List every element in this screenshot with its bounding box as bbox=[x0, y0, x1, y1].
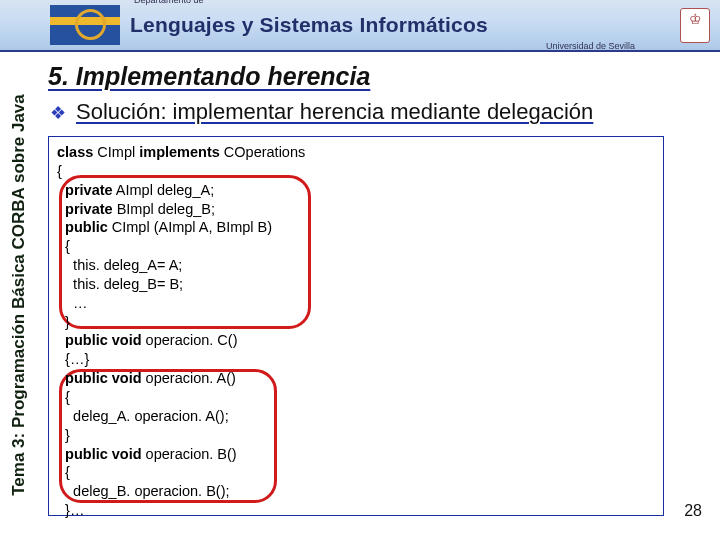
bullet-text: Solución: implementar herencia mediante … bbox=[76, 99, 593, 125]
code-text: }… bbox=[57, 502, 84, 518]
kw-public-void: public void bbox=[57, 332, 142, 348]
kw-public: public bbox=[57, 219, 108, 235]
code-text: CImpl (AImpl A, BImpl B) bbox=[108, 219, 272, 235]
kw-implements: implements bbox=[139, 144, 220, 160]
code-text: operacion. B() bbox=[142, 446, 237, 462]
kw-private: private bbox=[57, 182, 113, 198]
kw-private: private bbox=[57, 201, 113, 217]
bullet-row: ❖ Solución: implementar herencia mediant… bbox=[50, 99, 710, 125]
code-text: {…} bbox=[57, 351, 89, 367]
code-text: { bbox=[57, 464, 70, 480]
code-text: { bbox=[57, 163, 62, 179]
kw-public-void: public void bbox=[57, 370, 142, 386]
sidebar: Tema 3: Programación Básica CORBA sobre … bbox=[6, 58, 32, 532]
dept-logo bbox=[50, 5, 120, 45]
code-text: BImpl deleg_B; bbox=[113, 201, 215, 217]
kw-public-void: public void bbox=[57, 446, 142, 462]
diamond-bullet-icon: ❖ bbox=[50, 102, 66, 124]
code-text: operacion. C() bbox=[142, 332, 238, 348]
code-box: class CImpl implements COperations { pri… bbox=[48, 136, 664, 516]
code-text: deleg_B. operacion. B(); bbox=[57, 483, 230, 499]
code-text: { bbox=[57, 389, 70, 405]
code-text: } bbox=[57, 314, 70, 330]
code-text: AImpl deleg_A; bbox=[113, 182, 215, 198]
code-text: } bbox=[57, 427, 70, 443]
header-banner: Departamento de Lenguajes y Sistemas Inf… bbox=[0, 0, 720, 52]
header-subtitle: Universidad de Sevilla bbox=[546, 41, 635, 51]
header-text-block: Departamento de Lenguajes y Sistemas Inf… bbox=[130, 13, 680, 37]
header-small-label: Departamento de bbox=[134, 0, 204, 5]
code-text: { bbox=[57, 238, 70, 254]
code-text: COperations bbox=[220, 144, 305, 160]
code-text: deleg_A. operacion. A(); bbox=[57, 408, 229, 424]
sidebar-label: Tema 3: Programación Básica CORBA sobre … bbox=[9, 94, 29, 496]
kw-class: class bbox=[57, 144, 93, 160]
code-text: this. deleg_B= B; bbox=[57, 276, 183, 292]
university-crest-icon bbox=[680, 8, 710, 43]
code-text: CImpl bbox=[93, 144, 139, 160]
content-area: 5. Implementando herencia ❖ Solución: im… bbox=[44, 58, 710, 532]
code-text: this. deleg_A= A; bbox=[57, 257, 182, 273]
code-text: operacion. A() bbox=[142, 370, 236, 386]
page-number: 28 bbox=[684, 502, 702, 520]
slide-title: 5. Implementando herencia bbox=[48, 62, 710, 91]
slide: Departamento de Lenguajes y Sistemas Inf… bbox=[0, 0, 720, 540]
code-text: … bbox=[57, 295, 88, 311]
code-listing: class CImpl implements COperations { pri… bbox=[57, 143, 655, 520]
header-main-title: Lenguajes y Sistemas Informáticos bbox=[130, 13, 680, 37]
